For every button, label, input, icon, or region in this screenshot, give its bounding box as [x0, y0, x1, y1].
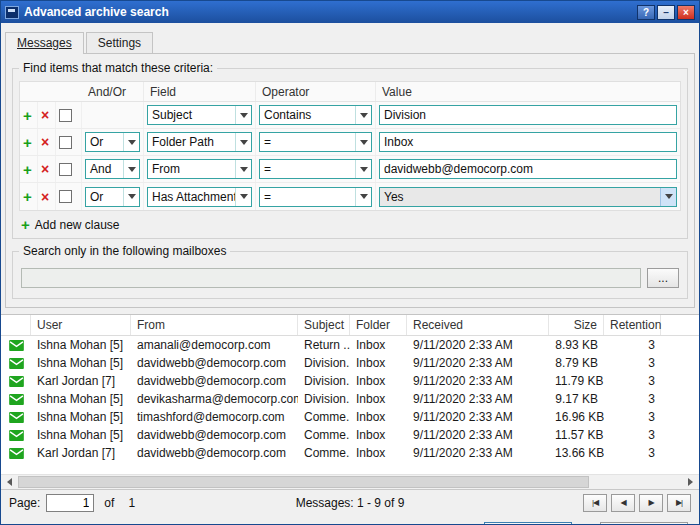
chevron-down-icon[interactable]	[235, 106, 251, 124]
field-select[interactable]: Folder Path	[147, 132, 252, 152]
header-subject[interactable]: Subject	[298, 315, 350, 335]
tab-settings[interactable]: Settings	[86, 32, 153, 54]
page-number-input[interactable]	[46, 494, 94, 512]
row-checkbox[interactable]	[59, 190, 72, 203]
chevron-down-icon[interactable]	[355, 106, 371, 124]
chevron-down-icon[interactable]	[123, 160, 139, 178]
add-new-clause-link[interactable]: + Add new clause	[21, 217, 681, 232]
tab-messages-label: Messages	[17, 36, 72, 50]
add-row-icon[interactable]: +	[23, 108, 32, 123]
next-page-button[interactable]: ▶	[639, 494, 663, 512]
operator-select[interactable]: =	[259, 159, 372, 179]
cell-received: 9/11/2020 2:33 AM	[407, 356, 549, 370]
cell-from: davidwebb@democorp.com	[131, 446, 298, 460]
header-received[interactable]: Received	[407, 315, 549, 335]
first-page-button[interactable]: |◀	[583, 494, 607, 512]
header-retention[interactable]: Retention	[604, 315, 661, 335]
value-input[interactable]	[379, 132, 677, 152]
cell-from: timashford@democorp.com	[131, 410, 298, 424]
cell-folder: Inbox	[350, 392, 407, 406]
mailboxes-input[interactable]	[21, 268, 641, 288]
cell-folder: Inbox	[350, 374, 407, 388]
table-row[interactable]: Ishna Mohan [5] timashford@democorp.com …	[1, 408, 699, 426]
operator-select[interactable]: =	[259, 187, 372, 207]
andor-select-value: Or	[86, 188, 123, 206]
chevron-down-icon[interactable]	[123, 133, 139, 151]
row-checkbox[interactable]	[59, 109, 72, 122]
andor-select[interactable]: Or	[85, 187, 140, 207]
horizontal-scrollbar[interactable]	[1, 474, 699, 489]
cell-retention: 3	[604, 446, 661, 460]
chevron-down-icon[interactable]	[355, 133, 371, 151]
chevron-down-icon[interactable]	[123, 188, 139, 206]
delete-row-icon[interactable]: ×	[41, 135, 49, 149]
andor-select[interactable]: And	[85, 159, 140, 179]
cell-user: Ishna Mohan [5]	[31, 428, 131, 442]
value-input[interactable]	[379, 159, 677, 179]
chevron-down-icon[interactable]	[355, 188, 371, 206]
chevron-down-icon[interactable]	[235, 133, 251, 151]
scroll-left-icon[interactable]	[1, 475, 18, 489]
prev-page-button[interactable]: ◀	[611, 494, 635, 512]
scroll-right-icon[interactable]	[682, 475, 699, 489]
cell-user: Ishna Mohan [5]	[31, 338, 131, 352]
criteria-table: And/Or Field Operator Value + × Subject	[19, 81, 681, 211]
action-bar: Search Clear	[1, 515, 699, 525]
mail-icon	[9, 340, 24, 351]
table-row[interactable]: Karl Jordan [7] davidwebb@democorp.com C…	[1, 444, 699, 462]
tab-messages[interactable]: Messages	[5, 32, 84, 54]
mail-icon	[9, 376, 24, 387]
add-row-icon[interactable]: +	[23, 189, 32, 204]
table-row[interactable]: Ishna Mohan [5] davidwebb@democorp.com C…	[1, 426, 699, 444]
results-header-row: User From Subject Folder Received Size R…	[1, 315, 699, 336]
table-row[interactable]: Ishna Mohan [5] devikasharma@democorp.co…	[1, 390, 699, 408]
table-row[interactable]: Ishna Mohan [5] amanali@democorp.com Ret…	[1, 336, 699, 354]
chevron-down-icon[interactable]	[235, 188, 251, 206]
cell-retention: 3	[604, 410, 661, 424]
mail-icon	[9, 394, 24, 405]
header-folder[interactable]: Folder	[350, 315, 407, 335]
andor-select-value: Or	[86, 133, 123, 151]
cell-size: 13.66 KB	[549, 446, 604, 460]
field-select[interactable]: From	[147, 159, 252, 179]
browse-button[interactable]: ...	[647, 268, 679, 288]
table-row[interactable]: Ishna Mohan [5] davidwebb@democorp.com D…	[1, 354, 699, 372]
chevron-down-icon[interactable]	[235, 160, 251, 178]
close-button[interactable]: ×	[677, 5, 695, 20]
header-user[interactable]: User	[31, 315, 131, 335]
table-row[interactable]: Karl Jordan [7] davidwebb@democorp.com D…	[1, 372, 699, 390]
row-checkbox[interactable]	[59, 163, 72, 176]
scrollbar-thumb[interactable]	[18, 476, 589, 488]
minimize-button[interactable]: –	[657, 5, 675, 20]
add-row-icon[interactable]: +	[23, 135, 32, 150]
cell-retention: 3	[604, 392, 661, 406]
header-icon-column	[1, 315, 31, 335]
last-page-button[interactable]: ▶|	[667, 494, 691, 512]
header-from[interactable]: From	[131, 315, 298, 335]
header-size[interactable]: Size	[549, 315, 604, 335]
operator-select[interactable]: Contains	[259, 105, 372, 125]
cell-retention: 3	[604, 338, 661, 352]
cell-subject: Return ...	[298, 338, 350, 352]
value-select[interactable]: Yes	[379, 187, 677, 207]
row-checkbox[interactable]	[59, 136, 72, 149]
delete-row-icon[interactable]: ×	[41, 190, 49, 204]
operator-select[interactable]: =	[259, 132, 372, 152]
delete-row-icon[interactable]: ×	[41, 162, 49, 176]
header-andor: And/Or	[82, 82, 144, 101]
criteria-row: + × And From	[20, 156, 680, 183]
delete-row-icon[interactable]: ×	[41, 108, 49, 122]
chevron-down-icon[interactable]	[660, 188, 676, 206]
cell-user: Ishna Mohan [5]	[31, 410, 131, 424]
add-row-icon[interactable]: +	[23, 162, 32, 177]
cell-size: 11.57 KB	[549, 428, 604, 442]
mail-icon	[9, 358, 24, 369]
cell-subject: Comme...	[298, 428, 350, 442]
field-select[interactable]: Has Attachment	[147, 187, 252, 207]
andor-select[interactable]: Or	[85, 132, 140, 152]
field-select[interactable]: Subject	[147, 105, 252, 125]
cell-from: davidwebb@democorp.com	[131, 428, 298, 442]
help-button[interactable]: ?	[637, 5, 655, 20]
chevron-down-icon[interactable]	[355, 160, 371, 178]
value-input[interactable]	[379, 105, 677, 125]
